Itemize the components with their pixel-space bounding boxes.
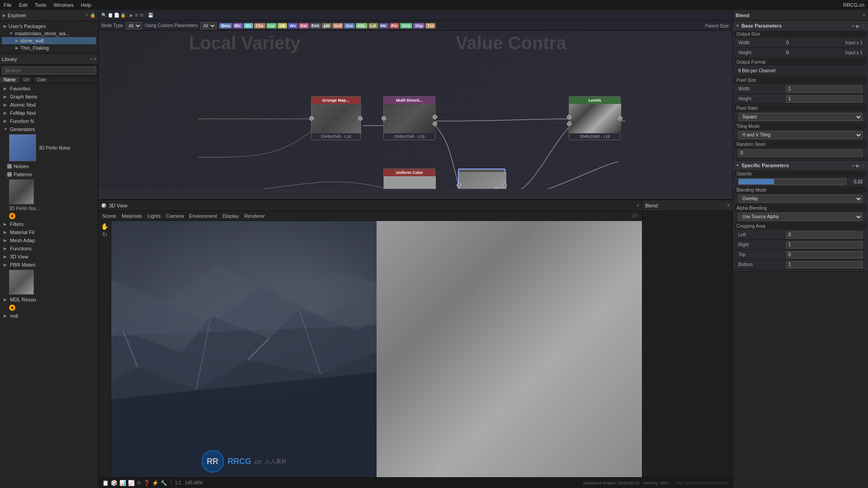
menu-windows[interactable]: Windows [53, 2, 74, 8]
ng-icon3[interactable]: 📄 [114, 13, 119, 18]
tag-dst[interactable]: Dst [299, 23, 309, 28]
opacity-slider-track[interactable] [738, 178, 846, 185]
tag-hsl[interactable]: HSL [356, 23, 368, 28]
lib-patterns[interactable]: Patterns [0, 170, 98, 178]
node-blend[interactable]: 2048x2048 - L8 [458, 169, 505, 189]
tag-shp[interactable]: Shp [413, 23, 425, 28]
specific-icon1[interactable]: ↩ [852, 163, 855, 168]
tag-db[interactable]: DB [278, 23, 287, 28]
lib-function-n[interactable]: ▶ Function N [0, 117, 98, 125]
node-graph-canvas[interactable]: Local Variety Value Contra [99, 31, 732, 189]
search-input[interactable] [2, 66, 96, 75]
lib-material-fil[interactable]: ▶ Material Fil [0, 228, 98, 236]
lib-pbr[interactable]: ▶ PBR Materi [0, 261, 98, 269]
menu-scene[interactable]: Scene [102, 213, 116, 219]
pixel-height-input[interactable] [786, 95, 863, 103]
ng-icon7[interactable]: ⚙ [140, 13, 144, 18]
ng-icon2[interactable]: 📋 [108, 13, 113, 18]
tag-pm[interactable]: pM [322, 23, 331, 28]
tag-gra[interactable]: Gra [344, 23, 355, 28]
ng-zoom-in-icon[interactable]: 🔍 [101, 13, 107, 18]
menu-display[interactable]: Display [222, 213, 239, 219]
right-panel-close[interactable]: × [863, 13, 865, 18]
lib-tab-url[interactable]: Url [20, 76, 33, 83]
base-icon1[interactable]: ↩ [852, 23, 855, 28]
node-type-select[interactable]: All [126, 22, 142, 29]
menu-camera[interactable]: Camera [166, 213, 184, 219]
lib-tab-date[interactable]: Date [33, 76, 50, 83]
base-icon3[interactable]: ⋮ [861, 23, 865, 28]
blending-mode-select[interactable]: Overlay [738, 195, 863, 203]
menu-edit[interactable]: Edit [19, 2, 28, 8]
stone-wall-item[interactable]: ▶ stone_wall [2, 37, 96, 44]
random-seed-input[interactable] [738, 150, 863, 157]
ng-icon6[interactable]: ⏸ [134, 13, 139, 18]
crop-bottom-input[interactable] [786, 261, 863, 268]
tag-emt[interactable]: Emt [310, 23, 321, 28]
perlin2-row[interactable] [0, 178, 98, 205]
masterclass-item[interactable]: ▼ masterclass_stone_wa... [2, 30, 96, 37]
tag-pix[interactable]: Pix [390, 23, 400, 28]
menu-renderer[interactable]: Renderer [244, 213, 265, 219]
lib-3d-view[interactable]: ▶ 3D View [0, 253, 98, 261]
tag-grd[interactable]: Grd [332, 23, 343, 28]
base-params-header[interactable]: ▼ Base Parameters ↩ ▶ ⋮ [733, 21, 868, 31]
tag-cur[interactable]: Cur [266, 23, 277, 28]
view3d-hand-icon[interactable]: ✋ [101, 223, 108, 230]
lib-mdl-thumb-row[interactable] [0, 269, 98, 296]
tag-lvl[interactable]: Lvl [368, 23, 378, 28]
tag-svg[interactable]: SVG [400, 23, 412, 28]
tag-blr[interactable]: Blr [244, 23, 253, 28]
lib-filters[interactable]: ▶ Filters [0, 220, 98, 228]
lib-tab-name[interactable]: Name [0, 76, 20, 83]
tag-bms[interactable]: Bms [219, 23, 232, 28]
menu-file[interactable]: File [4, 2, 12, 8]
ng-icon8[interactable]: 💾 [148, 13, 153, 18]
crop-top-input[interactable] [786, 251, 863, 258]
lib-fxmap[interactable]: ▶ FxMap Nod [0, 109, 98, 117]
node-uniform[interactable]: Uniform Color 2048x2048 - L8 [383, 169, 435, 189]
node-levels[interactable]: Levels 2048x2048 - L16 [569, 96, 621, 140]
custom-params-select[interactable]: All [200, 22, 217, 29]
thin-flaking-item[interactable]: ▶ Thin_Flaking [2, 44, 96, 52]
lib-favorites[interactable]: ▶ Favorites [0, 84, 98, 93]
user-packages-item[interactable]: ▶ User's Packages [2, 23, 96, 30]
menu-help[interactable]: Help [81, 2, 91, 8]
library-close-btn[interactable]: × [94, 56, 96, 61]
lib-mdl-resou[interactable]: ▶ MDL Resou [0, 296, 98, 304]
base-icon2[interactable]: ▶ [856, 23, 860, 28]
pixel-width-input[interactable] [786, 85, 863, 93]
view3d-rotate-icon[interactable]: ↻ [102, 231, 108, 238]
explorer-pin-btn[interactable]: 🔒 [90, 13, 95, 18]
view3d-render[interactable]: RR RRCG .cn 人人素材 [111, 221, 377, 477]
specific-params-header[interactable]: ▼ Specific Parameters ↩ ▶ ⋮ [733, 160, 868, 170]
ng-icon5[interactable]: ▶ [130, 13, 133, 18]
tag-blc[interactable]: Blc [233, 23, 243, 28]
menu-lights[interactable]: Lights [147, 213, 160, 219]
pixel-ratio-select[interactable]: Square [738, 113, 863, 121]
blend-bottom-close[interactable]: × [727, 203, 730, 208]
lib-mesh-adap[interactable]: ▶ Mesh Adap [0, 236, 98, 244]
library-add-btn[interactable]: + [90, 56, 93, 61]
tag-wv[interactable]: Wv [288, 23, 298, 28]
crop-right-input[interactable] [786, 241, 863, 249]
tag-txt[interactable]: Txt [425, 23, 435, 28]
ng-icon4[interactable]: 🔒 [120, 13, 126, 18]
menu-environment[interactable]: Environment [189, 213, 217, 219]
lib-generators[interactable]: ▼ Generators [0, 125, 98, 133]
view3d-texture-preview[interactable] [377, 221, 642, 477]
tiling-mode-select[interactable]: H and V Tiling [738, 131, 863, 139]
menu-tools[interactable]: Tools [35, 2, 47, 8]
lib-functions[interactable]: ▶ Functions [0, 244, 98, 253]
view3d-close[interactable]: × [637, 203, 639, 208]
crop-left-input[interactable] [786, 231, 863, 239]
tag-mtr[interactable]: Mtr [379, 23, 389, 28]
lib-mdl[interactable]: ▶ mdl [0, 312, 98, 320]
menu-materials[interactable]: Materials [122, 213, 142, 219]
lib-atomic-nod[interactable]: ▶ Atomic Nod [0, 101, 98, 109]
alpha-blending-select[interactable]: Use Source Alpha [738, 213, 863, 221]
explorer-close-btn[interactable]: × [85, 13, 88, 18]
tag-chs[interactable]: Chs [254, 23, 265, 28]
node-multi[interactable]: Multi Directi... 2048x2048 - L16 [383, 96, 435, 140]
lib-graph-items[interactable]: ▶ Graph Items [0, 93, 98, 101]
